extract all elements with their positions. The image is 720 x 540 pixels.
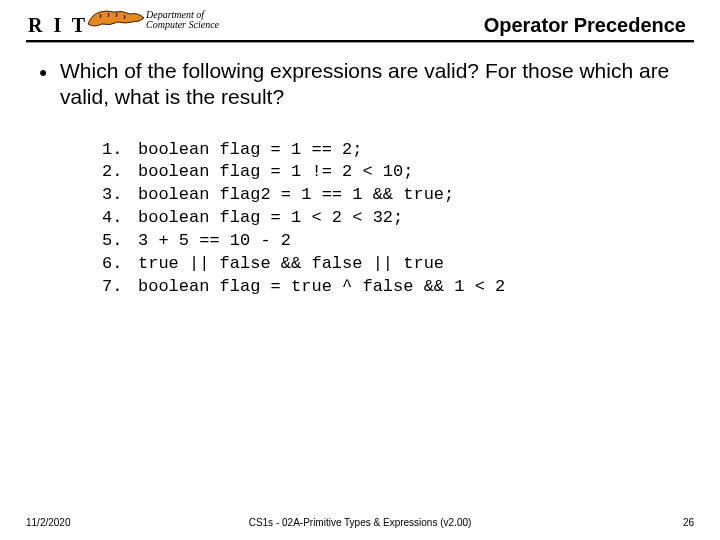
list-item: 4.boolean flag = 1 < 2 < 32; xyxy=(102,207,694,230)
list-item: 3.boolean flag2 = 1 == 1 && true; xyxy=(102,184,694,207)
list-item: 1.boolean flag = 1 == 2; xyxy=(102,139,694,162)
item-code: boolean flag = 1 == 2; xyxy=(138,139,362,162)
item-code: boolean flag = 1 != 2 < 10; xyxy=(138,161,413,184)
item-code: boolean flag2 = 1 == 1 && true; xyxy=(138,184,454,207)
slide-title: Operator Precedence xyxy=(484,14,686,37)
item-number: 5. xyxy=(102,230,138,253)
footer-page: 26 xyxy=(683,517,694,528)
item-number: 7. xyxy=(102,276,138,299)
item-code: 3 + 5 == 10 - 2 xyxy=(138,230,291,253)
item-number: 1. xyxy=(102,139,138,162)
list-item: 5.3 + 5 == 10 - 2 xyxy=(102,230,694,253)
bullet-row: • Which of the following expressions are… xyxy=(26,58,694,111)
slide-content: • Which of the following expressions are… xyxy=(26,58,694,299)
department-label: Department of Computer Science xyxy=(146,10,219,30)
list-item: 7.boolean flag = true ^ false && 1 < 2 xyxy=(102,276,694,299)
rit-logo: R I T Department of Computer Science xyxy=(28,4,228,42)
list-item: 2.boolean flag = 1 != 2 < 10; xyxy=(102,161,694,184)
slide-header: R I T Department of Computer Science Ope… xyxy=(0,0,720,46)
list-item: 6.true || false && false || true xyxy=(102,253,694,276)
item-code: boolean flag = 1 < 2 < 32; xyxy=(138,207,403,230)
institution-text: R I T xyxy=(28,14,88,37)
item-number: 6. xyxy=(102,253,138,276)
question-text: Which of the following expressions are v… xyxy=(60,58,694,111)
item-number: 4. xyxy=(102,207,138,230)
footer-center: CS1s - 02A-Primitive Types & Expressions… xyxy=(249,517,472,528)
footer-date: 11/2/2020 xyxy=(26,517,71,528)
dept-line2: Computer Science xyxy=(146,20,219,30)
item-code: boolean flag = true ^ false && 1 < 2 xyxy=(138,276,505,299)
bullet-icon: • xyxy=(26,58,60,86)
tiger-icon xyxy=(86,4,146,32)
slide-footer: 11/2/2020 CS1s - 02A-Primitive Types & E… xyxy=(26,517,694,528)
item-number: 2. xyxy=(102,161,138,184)
item-number: 3. xyxy=(102,184,138,207)
code-list: 1.boolean flag = 1 == 2; 2.boolean flag … xyxy=(102,139,694,300)
header-rule xyxy=(26,40,694,43)
item-code: true || false && false || true xyxy=(138,253,444,276)
